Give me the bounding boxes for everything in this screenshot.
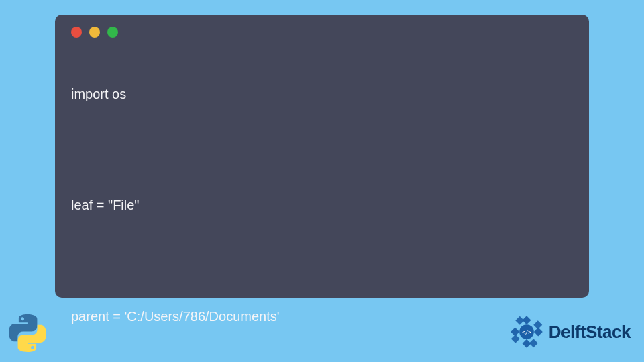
delftstack-brand: </> DelftStack: [508, 314, 631, 350]
close-dot-icon: [71, 27, 82, 38]
window-controls: [71, 27, 573, 38]
svg-marker-2: [534, 328, 543, 337]
code-blank-line: [71, 255, 573, 269]
code-line: import os: [71, 84, 573, 103]
brand-name: DelftStack: [549, 322, 631, 343]
code-blank-line: [71, 143, 573, 158]
svg-text:</>: </>: [522, 329, 531, 335]
svg-marker-6: [511, 328, 519, 337]
code-block: import os leaf = "File" parent = 'C:/Use…: [71, 47, 573, 362]
code-line: leaf = "File": [71, 196, 573, 215]
code-line: parent = 'C:/Users/786/Documents': [71, 307, 573, 326]
svg-marker-4: [522, 339, 531, 348]
delftstack-logo-icon: </>: [508, 314, 545, 350]
maximize-dot-icon: [107, 27, 118, 38]
svg-marker-7: [515, 316, 524, 325]
code-window: import os leaf = "File" parent = 'C:/Use…: [55, 15, 589, 298]
python-logo-icon: [8, 314, 47, 353]
minimize-dot-icon: [89, 27, 100, 38]
